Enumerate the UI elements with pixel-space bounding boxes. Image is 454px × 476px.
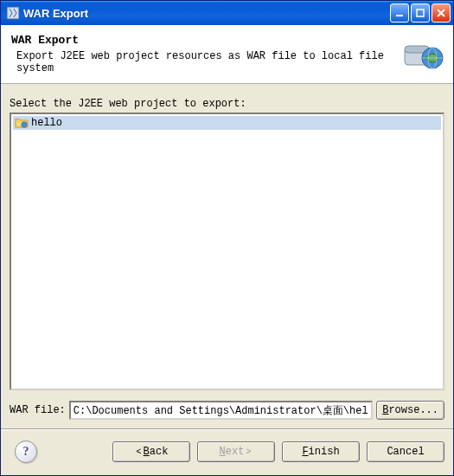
export-war-icon <box>403 35 444 74</box>
browse-button[interactable]: Browse... <box>376 401 444 420</box>
svg-point-8 <box>22 122 27 127</box>
chevron-left-icon: < <box>137 447 142 457</box>
finish-button[interactable]: Finish <box>282 441 360 462</box>
wizard-header: WAR Export Export J2EE web project resou… <box>1 25 453 84</box>
close-button[interactable] <box>432 3 451 23</box>
project-select-label: Select the J2EE web project to export: <box>10 98 444 110</box>
help-icon: ? <box>23 445 29 459</box>
svg-rect-0 <box>7 7 19 19</box>
chevron-right-icon: > <box>246 447 251 457</box>
wizard-content: Select the J2EE web project to export: h… <box>1 84 453 428</box>
war-file-row: WAR file: Browse... <box>10 401 444 420</box>
next-button: Next > <box>197 441 275 462</box>
app-icon <box>6 6 20 20</box>
war-export-window: WAR Export WAR Export Export J2EE web pr… <box>0 0 454 476</box>
maximize-button[interactable] <box>411 3 430 23</box>
project-name: hello <box>31 117 62 129</box>
list-item[interactable]: hello <box>13 116 441 130</box>
minimize-button[interactable] <box>390 3 409 23</box>
project-folder-icon <box>15 117 29 129</box>
page-title: WAR Export <box>11 34 403 47</box>
war-file-input[interactable] <box>69 401 373 420</box>
window-title: WAR Export <box>23 7 390 20</box>
project-listbox[interactable]: hello <box>10 113 444 390</box>
cancel-button[interactable]: Cancel <box>367 441 444 462</box>
back-button[interactable]: < Back <box>112 441 190 462</box>
titlebar: WAR Export <box>1 1 453 25</box>
svg-rect-1 <box>396 15 403 16</box>
war-file-label: WAR file: <box>10 404 66 416</box>
wizard-footer: ? < Back Next > Finish Cancel <box>1 430 453 475</box>
help-button[interactable]: ? <box>15 441 37 463</box>
page-description: Export J2EE web project resources as WAR… <box>11 50 403 74</box>
svg-rect-2 <box>417 10 424 16</box>
